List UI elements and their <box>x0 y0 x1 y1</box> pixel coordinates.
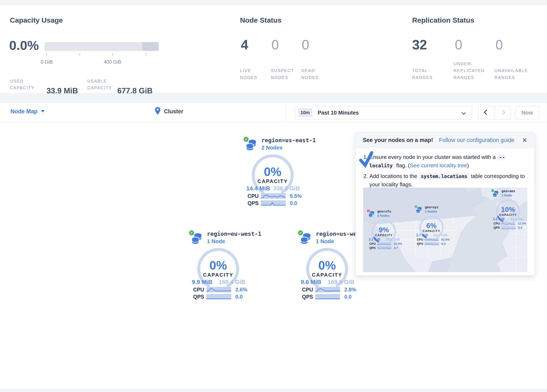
axis-tick <box>47 53 47 56</box>
gauge-percent: 10% <box>501 206 515 213</box>
map-pin-icon <box>155 107 160 115</box>
cpu-value: 2.8% <box>344 287 356 293</box>
chevron-left-icon <box>484 110 489 115</box>
cpu-sparkline <box>315 287 340 292</box>
now-button-label: Now <box>516 110 539 116</box>
nodes-count-link[interactable]: 1 Node <box>502 194 512 198</box>
capacity-values: 3.6 GiB 34.4 GiB <box>493 217 524 221</box>
used-value: 3.2 GiB <box>369 237 380 241</box>
cpu-sparkline <box>206 287 231 292</box>
nodes-count-link[interactable]: 1 Node <box>207 238 225 245</box>
total-value: 35.1 GiB <box>386 237 400 241</box>
gauge-percent: 6% <box>426 222 437 229</box>
axis-tick-label: 0 GiB <box>41 59 53 65</box>
cpu-label: CPU <box>247 193 261 199</box>
qps-sparkline <box>315 294 340 299</box>
time-prev-button[interactable] <box>478 110 494 115</box>
gauge-capacity-label: CAPACITY <box>499 213 517 217</box>
total-value: 169.4 GiB <box>219 279 246 285</box>
view-selector[interactable]: Node Map <box>10 108 45 115</box>
nodes-count-link[interactable]: 2 Nodes <box>261 144 282 151</box>
next-section-strip <box>0 389 547 392</box>
gauge-capacity-label: CAPACITY <box>312 272 342 278</box>
gauge-percent: 0% <box>264 165 281 179</box>
popup-header: See your nodes on a map! Follow our conf… <box>356 133 534 148</box>
cpu-value: 2.6% <box>235 287 247 293</box>
close-icon[interactable]: ✕ <box>522 137 527 144</box>
total-value: 34.4 GiB <box>510 217 524 221</box>
node-group-us-east-1[interactable]: ✓ region=us-east-1 2 Nodes 0% CAPACITY 1… <box>241 135 304 207</box>
caret-down-icon <box>41 110 45 112</box>
total-value: 338.9 GiB <box>273 185 300 192</box>
node-group-geo-sfo[interactable]: 1 geo=sfo 2 Nodes 9% CAPACITY 3.2 GiB 35… <box>366 209 402 250</box>
gauge-percent: 9% <box>379 226 389 234</box>
axis-tick-label: 400 GiB <box>104 59 121 65</box>
used-value: 3.6 GiB <box>493 217 505 221</box>
database-nodes-icon <box>191 233 204 246</box>
locality-setup-popup: See your nodes on a map! Follow our conf… <box>356 132 535 275</box>
breadcrumb[interactable]: Cluster <box>155 107 183 115</box>
cluster-overview-page: { "stats": { "capacity": { "title": "Cap… <box>0 0 547 392</box>
nodes-count-link[interactable]: 2 Nodes <box>425 210 437 213</box>
total-ranges-label: TOTAL RANGES <box>412 67 439 81</box>
qps-label: QPS <box>493 226 501 229</box>
dead-nodes-label: DEAD NODES <box>301 67 327 81</box>
configuration-guide-link[interactable]: Follow our configuration guide <box>439 137 514 144</box>
time-now-button[interactable]: Now <box>515 106 539 119</box>
cluster-summary-bar: Capacity Usage 0.0% 0 GiB 400 GiB USED C… <box>0 5 547 93</box>
node-group-geo-ams[interactable]: ✓ geo=ams 1 Node 10% CAPACITY 3.6 GiB 34… <box>490 188 526 230</box>
step-text: Ensure every node in your cluster was st… <box>369 154 497 160</box>
used-value: 9.6 MiB <box>301 279 321 285</box>
node-group-geo-nyc[interactable]: ✓ geo=nyc 2 Nodes 6% CAPACITY 3.7 GiB 65… <box>413 204 450 246</box>
qps-label: QPS <box>302 294 315 300</box>
time-range-dropdown[interactable]: 10m Past 10 Minutes <box>295 106 472 119</box>
used-value: 14.4 MiB <box>246 185 270 192</box>
axis-tick <box>112 53 113 56</box>
popup-step: Add locations to the system.locations ta… <box>369 172 527 189</box>
view-selector-label[interactable]: Node Map <box>10 108 37 115</box>
unavailable-label: UNAVAILABLE RANGES <box>494 67 536 81</box>
time-range-badge: 10m <box>298 108 312 117</box>
capacity-values: 3.2 GiB 35.1 GiB <box>369 237 400 241</box>
live-nodes-label: LIVE NODES <box>240 67 265 81</box>
live-nodes-count: 4 <box>241 37 248 53</box>
node-status-title: Node Status <box>240 16 281 24</box>
nodes-count-link[interactable]: 1 Node <box>316 238 334 245</box>
nodes-count-link[interactable]: 2 Nodes <box>377 214 390 218</box>
usable-capacity-value: 677.8 GiB <box>117 87 153 95</box>
total-value: 169.5 GiB <box>328 279 354 285</box>
qps-metric-row: QPS 0.0 <box>247 200 304 206</box>
blue-checkmark-icon <box>358 150 376 168</box>
gauge-capacity-label: CAPACITY <box>423 229 440 233</box>
step-text: ) <box>467 162 469 169</box>
qps-value: 0.0 <box>441 242 446 246</box>
cpu-value: 12.3% <box>518 222 526 225</box>
qps-value: 4.7 <box>394 246 398 250</box>
gauge-percent: 0% <box>318 258 336 272</box>
dead-nodes-count: 0 <box>302 37 309 53</box>
qps-sparkline <box>206 294 231 299</box>
locality-tree-link[interactable]: See current locality tree <box>410 162 467 169</box>
chevron-right-icon <box>500 110 505 115</box>
time-range-value: Past 10 Minutes <box>318 110 359 116</box>
gauge-capacity-label: CAPACITY <box>203 272 233 278</box>
locality-label: geo=sfo <box>377 210 391 213</box>
mini-world-map: 1 geo=sfo 2 Nodes 9% CAPACITY 3.2 GiB 35… <box>363 188 527 272</box>
database-nodes-icon <box>492 191 500 198</box>
cpu-label: CPU <box>493 222 501 225</box>
inline-code: system.locations <box>419 173 470 179</box>
node-group-eu-west-1[interactable]: ✓ region=eu-west-1 1 Node 0% CAPACITY 9.… <box>187 229 250 301</box>
locality-label: region=us-east-1 <box>261 137 316 144</box>
database-nodes-icon <box>416 207 424 214</box>
time-next-button[interactable] <box>495 110 511 115</box>
popup-title: See your nodes on a map! <box>363 137 433 144</box>
axis-tick <box>146 53 146 56</box>
total-value: 65.7 GiB <box>433 233 447 237</box>
capacity-usage-title: Capacity Usage <box>10 16 63 24</box>
cpu-value: 11.0% <box>394 242 402 246</box>
capacity-bar <box>45 42 142 51</box>
database-nodes-icon <box>246 139 259 152</box>
node-group-us-west-1[interactable]: ✓ region=us-west-1 1 Node 0% CAPACITY 9.… <box>296 229 359 301</box>
capacity-values: 9.9 MiB 169.4 GiB <box>192 279 246 285</box>
suspect-nodes-count: 0 <box>271 37 279 53</box>
